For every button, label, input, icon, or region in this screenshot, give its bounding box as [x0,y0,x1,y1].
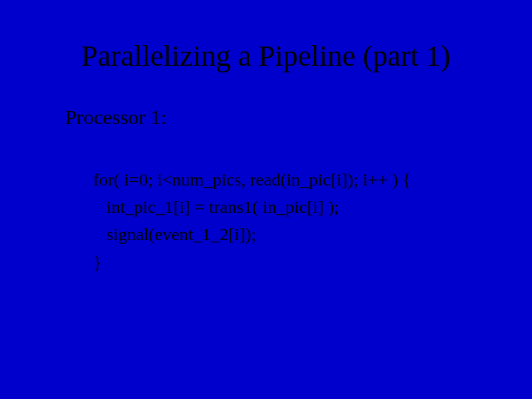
code-block: for( i=0; i<num_pics, read(in_pic[i]); i… [93,166,411,276]
code-line-2: int_pic_1[i] = trans1( in_pic[i] ); [93,197,339,216]
slide-title: Parallelizing a Pipeline (part 1) [0,38,532,73]
code-line-3: signal(event_1_2[i]); [93,225,256,244]
processor-subheading: Processor 1: [65,106,167,129]
code-line-1: for( i=0; i<num_pics, read(in_pic[i]); i… [93,170,411,189]
code-line-4: } [93,253,102,272]
